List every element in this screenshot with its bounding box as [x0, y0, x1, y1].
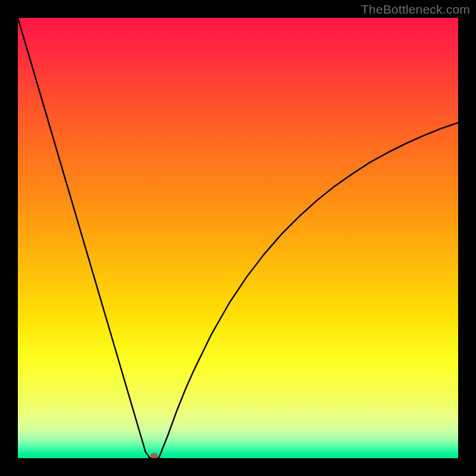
chart-frame: TheBottleneck.com — [0, 0, 476, 476]
plot-area — [18, 18, 458, 458]
optimal-point-marker — [151, 453, 158, 458]
watermark-text: TheBottleneck.com — [361, 2, 470, 17]
bottleneck-curve — [18, 18, 458, 458]
